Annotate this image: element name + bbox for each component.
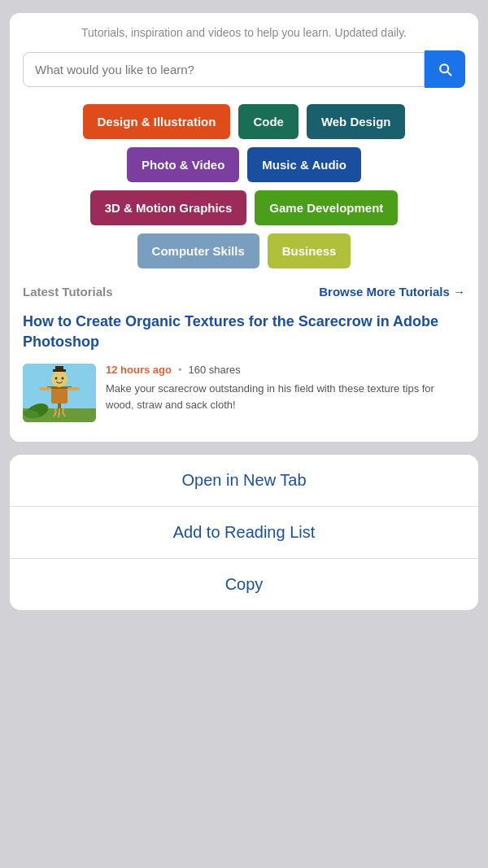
article-dot: • bbox=[178, 364, 182, 376]
cat-btn-photo[interactable]: Photo & Video bbox=[127, 147, 239, 182]
tagline: Tutorials, inspiration and videos to hel… bbox=[23, 26, 465, 39]
article-meta-row: 12 hours ago • 160 shares bbox=[106, 364, 465, 376]
svg-point-10 bbox=[55, 377, 58, 380]
cat-btn-web[interactable]: Web Design bbox=[307, 104, 406, 139]
svg-rect-9 bbox=[55, 366, 63, 372]
svg-rect-6 bbox=[68, 387, 80, 390]
categories-grid: Design & Illustration Code Web Design Ph… bbox=[23, 104, 465, 268]
browse-more-link[interactable]: Browse More Tutorials → bbox=[319, 285, 465, 299]
open-new-tab-button[interactable]: Open in New Tab bbox=[10, 455, 478, 506]
cat-row-1: Design & Illustration Code Web Design bbox=[83, 104, 406, 139]
article-thumb-svg bbox=[23, 364, 96, 422]
cat-row-2: Photo & Video Music & Audio bbox=[127, 147, 361, 182]
search-input[interactable] bbox=[23, 52, 425, 87]
action-sheet: Open in New Tab Add to Reading List Copy bbox=[10, 455, 478, 610]
article-thumbnail bbox=[23, 364, 96, 422]
article-body: 12 hours ago • 160 shares Make your scar… bbox=[23, 364, 465, 422]
article-time: 12 hours ago bbox=[106, 364, 172, 376]
copy-button[interactable]: Copy bbox=[10, 558, 478, 610]
cat-btn-code[interactable]: Code bbox=[238, 104, 298, 139]
search-icon bbox=[437, 61, 453, 77]
cat-btn-game[interactable]: Game Development bbox=[255, 190, 398, 225]
cat-row-3: 3D & Motion Graphics Game Development bbox=[90, 190, 399, 225]
add-reading-list-button[interactable]: Add to Reading List bbox=[10, 506, 478, 558]
cat-row-4: Computer Skills Business bbox=[137, 233, 351, 268]
svg-rect-4 bbox=[51, 389, 68, 403]
article-description: Make your scarecrow outstanding in his f… bbox=[106, 381, 465, 412]
svg-rect-5 bbox=[39, 387, 51, 390]
latest-section-header: Latest Tutorials Browse More Tutorials → bbox=[23, 285, 465, 299]
svg-point-11 bbox=[62, 377, 64, 380]
search-button[interactable] bbox=[425, 50, 465, 88]
cat-btn-music[interactable]: Music & Audio bbox=[247, 147, 361, 182]
svg-point-7 bbox=[51, 371, 68, 387]
search-bar bbox=[23, 50, 465, 88]
cat-btn-motion[interactable]: 3D & Motion Graphics bbox=[90, 190, 247, 225]
main-card: Tutorials, inspiration and videos to hel… bbox=[10, 13, 478, 442]
cat-btn-design[interactable]: Design & Illustration bbox=[83, 104, 231, 139]
article-meta: 12 hours ago • 160 shares Make your scar… bbox=[106, 364, 465, 412]
cat-btn-business[interactable]: Business bbox=[268, 233, 351, 268]
latest-label: Latest Tutorials bbox=[23, 285, 113, 299]
article-title[interactable]: How to Create Organic Textures for the S… bbox=[23, 312, 465, 352]
article-shares: 160 shares bbox=[188, 364, 240, 376]
cat-btn-computer[interactable]: Computer Skills bbox=[137, 233, 259, 268]
